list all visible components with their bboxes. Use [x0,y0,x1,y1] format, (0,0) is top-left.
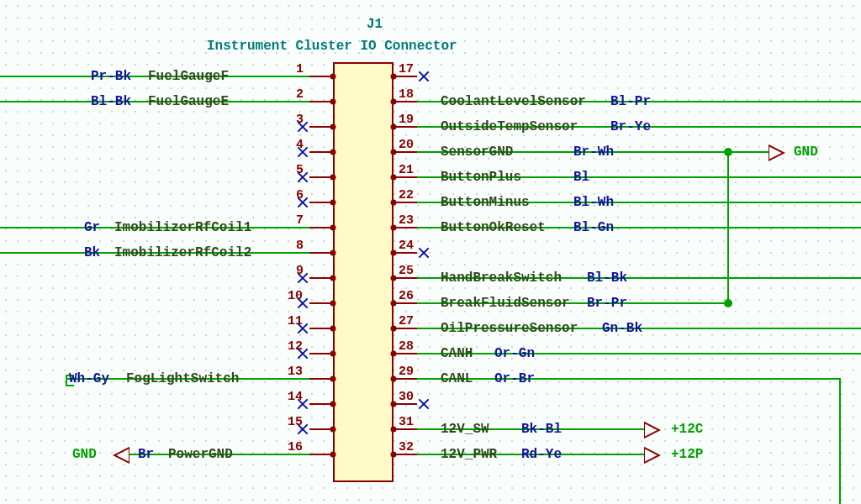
wire-color-label: Pr-Bk [91,69,131,84]
pin-endpoint [391,276,397,281]
wire-color-label: Bl-Gn [573,220,614,235]
no-connect-icon [297,323,309,334]
wire-color-label: Wh-Gy [69,371,109,386]
wire [417,353,861,354]
power-arrow-right-icon [644,422,659,437]
pin-endpoint [391,402,397,407]
no-connect-icon [418,398,430,410]
no-connect-icon [297,348,309,360]
net-label: CANH [441,346,473,361]
wire-color-label: Gn-Bk [602,321,642,336]
pin-endpoint [330,150,336,155]
svg-marker-3 [644,448,659,463]
pin-endpoint [391,250,397,256]
pin-number: 18 [399,87,414,102]
no-connect-icon [297,398,309,410]
pin-endpoint [330,326,336,332]
svg-marker-1 [769,145,784,160]
pin-number: 19 [399,113,414,127]
pin-endpoint [330,276,336,281]
pin-endpoint [330,376,336,382]
pin-endpoint [330,200,336,206]
net-label: CoolantLevelSensor [441,94,586,109]
pin-number: 21 [399,163,414,177]
pin-number: 7 [296,213,304,228]
wire-color-label: Br-Ye [610,119,651,134]
wire-color-label: Gr [84,220,100,235]
net-label: OilPressureSensor [441,321,578,336]
pin-number: 31 [399,415,414,429]
power-arrow-left-icon [113,447,128,462]
connector-body [333,62,394,482]
connector-refdes: J1 [367,17,383,32]
power-label-12p: +12P [671,447,703,462]
net-label: SensorGND [441,144,513,160]
pin-number: 22 [399,188,414,202]
svg-marker-2 [644,423,659,438]
wire-color-label: Br [138,447,154,462]
pin-number: 8 [296,239,304,253]
no-connect-icon [297,297,309,309]
wire [839,378,841,504]
wire-color-label: Bk [84,245,100,260]
junction-dot [724,299,732,307]
net-label: ButtonPlus [441,170,521,185]
pin-endpoint [391,301,397,307]
net-label: FogLightSwitch [126,371,239,386]
wire [417,378,841,380]
pin-endpoint [330,452,336,458]
wire-color-label: Br-Wh [573,144,614,160]
pin-endpoint [391,74,397,80]
wire-color-label: Bl [573,170,589,185]
wire-color-label: Or-Br [494,371,535,386]
net-label: FuelGaugeF [148,69,229,84]
pin-endpoint [330,99,336,105]
connector-title: Instrument Cluster IO Connector [207,39,457,54]
net-label: ImobilizerRfCoil2 [114,245,251,260]
pin-endpoint [391,175,397,181]
pin-number: 25 [399,264,414,278]
wire-color-label: Bl-Bk [587,270,627,286]
pin-endpoint [391,225,397,231]
pin-endpoint [391,99,397,105]
wire-color-label: Bl-Bk [91,94,131,109]
pin-number: 23 [399,213,414,228]
net-label: OutsideTempSensor [441,119,578,134]
wire-color-label: Bk-Bl [521,422,562,437]
pin-endpoint [391,200,397,206]
pin-endpoint [330,301,336,307]
no-connect-icon [418,247,430,259]
pin-number: 32 [399,440,414,454]
power-label-12c: +12C [671,422,703,437]
power-label-gnd-right: GND [794,144,818,160]
pin-number: 27 [399,314,414,328]
pin-number: 28 [399,339,414,354]
no-connect-icon [297,423,309,435]
net-label: BreakFluidSensor [441,296,570,311]
wire [727,151,729,304]
svg-marker-0 [114,448,129,463]
pin-number: 26 [399,289,414,303]
no-connect-icon [297,272,309,284]
no-connect-icon [297,146,309,158]
net-label: 12V_PWR [441,447,497,462]
net-label: PowerGND [168,447,233,462]
net-label: 12V_SW [441,422,489,437]
pin-endpoint [330,427,336,433]
no-connect-icon [418,71,430,82]
pin-number: 24 [399,239,414,253]
pin-endpoint [391,124,397,130]
power-arrow-right-icon [769,144,784,160]
pin-endpoint [391,351,397,357]
net-label: ButtonMinus [441,195,530,210]
pin-number: 20 [399,138,414,152]
pin-number: 17 [399,62,414,76]
no-connect-icon [297,197,309,208]
pin-endpoint [330,250,336,256]
net-label: CANL [441,371,473,386]
net-label: ButtonOkReset [441,220,546,235]
power-arrow-right-icon [644,447,659,462]
pin-endpoint [330,402,336,407]
pin-endpoint [391,427,397,433]
wire-color-label: Br-Pr [587,296,627,311]
